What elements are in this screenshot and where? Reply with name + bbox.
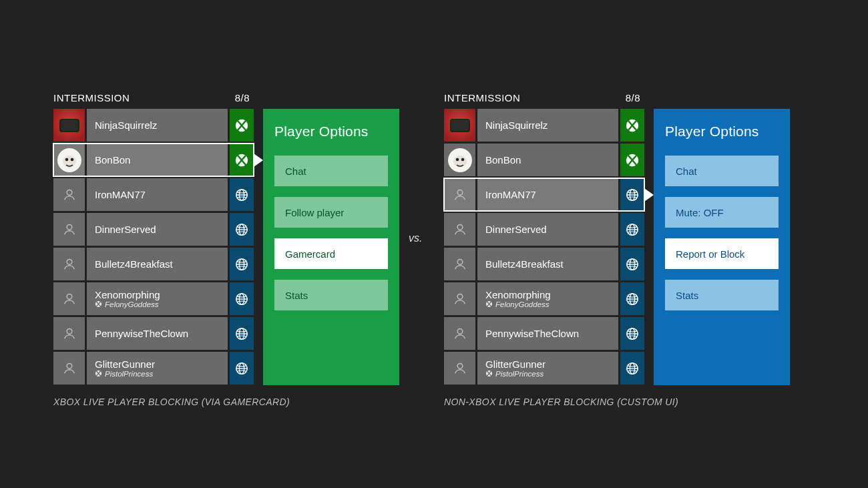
flyout-option-button[interactable]: Report or Block — [665, 238, 779, 269]
player-row[interactable]: IronMAN77 — [444, 178, 644, 211]
person-icon — [62, 361, 77, 376]
person-icon — [453, 257, 467, 272]
network-badge-globe — [230, 282, 254, 315]
player-list: NinjaSquirrelzBonBonIronMAN77DinnerServe… — [444, 109, 644, 385]
player-name: BonBon — [95, 154, 228, 166]
network-badge-xbox — [230, 109, 254, 142]
network-badge-globe — [620, 213, 644, 246]
avatar — [444, 213, 475, 246]
xbox-icon — [485, 370, 493, 377]
person-icon — [453, 361, 467, 376]
person-icon — [62, 222, 77, 237]
player-name: Xenomorphing — [485, 289, 618, 300]
avatar — [53, 352, 85, 385]
player-name-cell: NinjaSquirrelz — [477, 109, 618, 142]
avatar — [53, 213, 85, 246]
player-subname: PistolPrincess — [485, 370, 618, 379]
player-name: GlitterGunner — [95, 358, 228, 370]
globe-icon — [625, 257, 640, 272]
xbox-icon — [234, 118, 249, 133]
flyout-option-button[interactable]: Mute: OFF — [665, 197, 779, 228]
intermission-label: INTERMISSION — [444, 92, 520, 103]
player-subname: FelonyGoddess — [485, 300, 618, 309]
globe-icon — [234, 361, 249, 376]
globe-icon — [234, 257, 249, 272]
player-name: PennywiseTheClown — [95, 328, 228, 339]
player-name: Bulletz4Breakfast — [485, 258, 618, 270]
xbox-icon — [234, 153, 249, 168]
player-name: DinnerServed — [485, 224, 618, 235]
player-row[interactable]: DinnerServed — [53, 213, 254, 246]
player-row[interactable]: PennywiseTheClown — [53, 317, 254, 350]
flyout-option-button[interactable]: Stats — [665, 280, 779, 310]
svg-point-3 — [65, 158, 68, 161]
avatar — [53, 178, 85, 211]
network-badge-globe — [230, 213, 254, 246]
avatar — [53, 248, 85, 280]
player-row[interactable]: BonBon — [53, 144, 254, 176]
person-icon — [62, 292, 77, 306]
flyout-option-button[interactable]: Follow player — [274, 197, 388, 228]
yeti-avatar-icon — [56, 147, 83, 174]
player-row[interactable]: NinjaSquirrelz — [53, 109, 254, 142]
intermission-label: INTERMISSION — [53, 92, 130, 103]
player-name: NinjaSquirrelz — [485, 119, 618, 131]
player-row[interactable]: XenomorphingFelonyGoddess — [53, 282, 254, 315]
player-count: 8/8 — [235, 92, 250, 103]
flyout-title: Player Options — [665, 124, 779, 140]
globe-icon — [625, 188, 640, 202]
player-row[interactable]: BonBon — [444, 144, 644, 176]
network-badge-globe — [620, 282, 644, 315]
player-options-flyout: Player Options ChatFollow playerGamercar… — [263, 109, 399, 385]
svg-point-27 — [67, 363, 72, 369]
player-name-cell: XenomorphingFelonyGoddess — [477, 282, 618, 315]
player-name: IronMAN77 — [95, 189, 228, 200]
avatar — [444, 282, 475, 315]
player-name-cell: DinnerServed — [87, 213, 228, 246]
player-name-cell: BonBon — [87, 144, 228, 176]
svg-point-6 — [67, 190, 72, 195]
avatar — [444, 317, 475, 350]
player-name: Bulletz4Breakfast — [95, 258, 228, 270]
flyout-option-button[interactable]: Gamercard — [274, 238, 388, 269]
globe-icon — [234, 326, 249, 341]
caption-left: XBOX LIVE PLAYER BLOCKING (VIA GAMERCARD… — [53, 397, 290, 407]
player-row[interactable]: XenomorphingFelonyGoddess — [444, 282, 644, 315]
player-name-cell: DinnerServed — [477, 213, 618, 246]
player-name-cell: GlitterGunnerPistolPrincess — [477, 352, 618, 385]
player-row[interactable]: GlitterGunnerPistolPrincess — [444, 352, 644, 385]
flyout-option-button[interactable]: Chat — [274, 156, 388, 186]
avatar — [53, 144, 85, 176]
player-row[interactable]: NinjaSquirrelz — [444, 109, 644, 142]
panel-non-xbox-live: INTERMISSION 8/8 NinjaSquirrelzBonBonIro… — [444, 92, 791, 385]
svg-point-36 — [461, 158, 464, 161]
player-row[interactable]: Bulletz4Breakfast — [53, 248, 254, 280]
player-name-cell: PennywiseTheClown — [477, 317, 618, 350]
player-row[interactable]: PennywiseTheClown — [444, 317, 644, 350]
player-row[interactable]: Bulletz4Breakfast — [444, 248, 644, 280]
xbox-icon — [95, 300, 102, 308]
player-name: BonBon — [485, 154, 618, 166]
network-badge-globe — [230, 248, 254, 280]
player-name-cell: Bulletz4Breakfast — [477, 248, 618, 280]
player-subname: PistolPrincess — [95, 370, 228, 379]
yeti-avatar-icon — [447, 147, 473, 174]
network-badge-xbox — [620, 109, 644, 142]
person-icon — [453, 292, 467, 306]
svg-point-14 — [67, 259, 72, 264]
xbox-icon — [485, 300, 493, 308]
flyout-option-button[interactable]: Stats — [274, 280, 388, 310]
flyout-title: Player Options — [274, 124, 388, 140]
player-name-cell: GlitterGunnerPistolPrincess — [87, 352, 228, 385]
network-badge-globe — [620, 248, 644, 280]
avatar — [444, 352, 475, 385]
avatar — [444, 144, 475, 176]
player-row[interactable]: DinnerServed — [444, 213, 644, 246]
caption-right: NON-XBOX LIVE PLAYER BLOCKING (CUSTOM UI… — [444, 397, 678, 407]
xbox-icon — [95, 370, 102, 377]
player-row[interactable]: IronMAN77 — [53, 178, 254, 211]
flyout-option-button[interactable]: Chat — [665, 156, 779, 186]
player-row[interactable]: GlitterGunnerPistolPrincess — [53, 352, 254, 385]
globe-icon — [234, 188, 249, 202]
network-badge-globe — [620, 317, 644, 350]
